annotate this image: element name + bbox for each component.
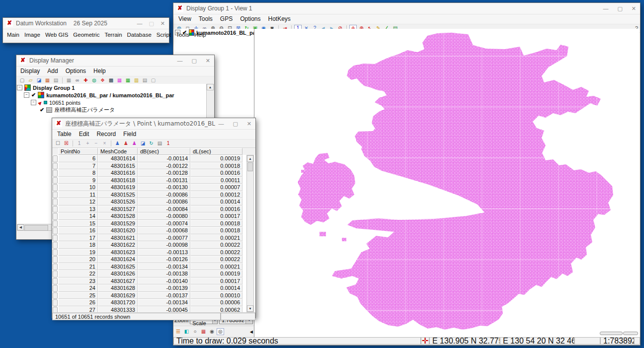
cell-dl-sec[interactable]: 0.00022 (190, 241, 242, 249)
cell-meshcode[interactable]: 48301622 (98, 241, 138, 249)
zoom-glass-icon[interactable]: ○ (191, 328, 199, 335)
save-table-icon[interactable]: ◪ (139, 140, 147, 147)
table-vertical-scrollbar[interactable]: ▲ ▼ (246, 155, 254, 312)
record-select-button[interactable] (53, 155, 58, 162)
print-icon[interactable]: ▤ (52, 77, 60, 84)
add-layer-icon[interactable]: ✚ (82, 77, 89, 84)
scrollbar-thumb[interactable] (24, 225, 48, 231)
cell-dl-sec[interactable]: 0.00021 (190, 234, 242, 242)
column-header-dl-sec[interactable]: dL(sec) (190, 148, 242, 155)
cell-dl-sec[interactable]: 0.00014 (190, 198, 242, 206)
menu-main[interactable]: Main (7, 32, 19, 38)
cell-dl-sec[interactable]: 0.00022 (190, 256, 242, 263)
close-button[interactable]: ✕ (161, 18, 165, 29)
record-select-button[interactable] (53, 292, 58, 299)
cell-dl-sec[interactable]: 0.00016 (190, 169, 242, 177)
map-canvas[interactable] (254, 29, 640, 337)
cell-pointno[interactable]: 17 (58, 234, 98, 242)
cell-pointno[interactable]: 12 (58, 198, 98, 206)
cell-dl-sec[interactable]: 0.00019 (190, 270, 242, 278)
images-icon[interactable]: ▦ (44, 77, 51, 84)
close-button[interactable]: ✕ (247, 118, 251, 129)
record-select-button[interactable] (53, 264, 58, 271)
menu-display[interactable]: Display (20, 68, 40, 74)
dm-titlebar[interactable]: ✘ Display Manager — ▢ ✕ (16, 55, 214, 67)
new-file-icon[interactable]: ▢ (18, 77, 26, 84)
cell-pointno[interactable]: 26 (58, 299, 98, 306)
zoom-locator-icon[interactable]: ◉ (208, 328, 216, 335)
cell-meshcode[interactable]: 48301625 (98, 263, 138, 271)
menu-field[interactable]: Field (123, 131, 136, 138)
cell-db-sec[interactable]: -0.00128 (138, 169, 190, 177)
scroll-down-arrow[interactable]: ▼ (247, 305, 253, 312)
record-select-button[interactable] (53, 271, 58, 278)
cell-db-sec[interactable]: -0.00137 (138, 292, 190, 299)
record-select-button[interactable] (53, 235, 58, 242)
cell-dl-sec[interactable]: 0.00017 (190, 278, 242, 285)
cell-db-sec[interactable]: -0.00086 (138, 198, 190, 206)
cell-pointno[interactable]: 23 (58, 278, 98, 285)
cell-meshcode[interactable]: 48301616 (98, 169, 138, 177)
cell-pointno[interactable]: 8 (58, 169, 98, 177)
cell-db-sec[interactable]: -0.00139 (138, 284, 190, 292)
record-select-button[interactable] (53, 249, 58, 256)
vector-icon[interactable]: ▦ (124, 77, 132, 84)
first-record-icon[interactable]: 1 (76, 140, 83, 147)
view-all-records-icon[interactable]: ♟ (131, 140, 138, 147)
record-select-button[interactable] (53, 163, 58, 170)
cell-db-sec[interactable]: -0.00074 (138, 220, 190, 227)
cell-pointno[interactable]: 27 (58, 306, 98, 313)
cell-meshcode[interactable]: 48301620 (98, 227, 138, 234)
add-database-icon[interactable]: ▦ (65, 77, 73, 84)
cell-pointno[interactable]: 24 (58, 284, 98, 292)
menu-image[interactable]: Image (24, 32, 40, 38)
view-window-titlebar[interactable]: ✘ Display Group 1 - View 1 — ▢ ✕ (173, 3, 640, 14)
find-icon[interactable]: ∞ (74, 77, 81, 84)
menu-gps[interactable]: GPS (220, 15, 233, 22)
cell-meshcode[interactable]: 48301526 (98, 198, 138, 206)
cell-dl-sec[interactable]: 0.00018 (190, 220, 242, 227)
menu-add[interactable]: Add (47, 68, 58, 74)
cell-dl-sec[interactable]: 0.00006 (190, 299, 242, 306)
layer-checkbox-icon[interactable]: ✔ (31, 92, 36, 98)
cell-dl-sec[interactable]: 0.00010 (190, 292, 242, 299)
cell-db-sec[interactable]: -0.00131 (138, 177, 190, 184)
deselect-all-icon[interactable]: ☒ (63, 140, 70, 147)
record-select-button[interactable] (53, 184, 58, 191)
cell-db-sec[interactable]: -0.00068 (138, 227, 190, 234)
table-properties-icon[interactable]: ▤ (156, 140, 163, 147)
record-select-button[interactable] (53, 256, 58, 263)
cell-meshcode[interactable]: 48301615 (98, 162, 138, 170)
record-select-button[interactable] (53, 213, 58, 220)
cell-meshcode[interactable]: 48301627 (98, 278, 138, 285)
scroll-up-arrow[interactable]: ▲ (247, 155, 253, 162)
cell-meshcode[interactable]: 48301528 (98, 212, 138, 220)
cell-pointno[interactable]: 13 (58, 206, 98, 213)
cell-db-sec[interactable]: -0.00045 (138, 306, 190, 313)
horizontal-scrollbar-thumb[interactable] (600, 332, 623, 335)
delete-record-icon[interactable]: × (101, 140, 108, 147)
legend-list-icon[interactable]: ☰ (174, 328, 182, 335)
layer-controls-icon[interactable]: ◧ (183, 328, 190, 335)
cell-meshcode[interactable]: 48301529 (98, 220, 138, 227)
tree-item-layer[interactable]: − ✔ kumamoto2016_BL_par / kumamoto2016_B… (17, 91, 214, 99)
cell-pointno[interactable]: 18 (58, 241, 98, 249)
cell-db-sec[interactable]: -0.00134 (138, 299, 190, 306)
cell-db-sec[interactable]: -0.00122 (138, 162, 190, 170)
maximize-button[interactable]: ▢ (233, 118, 238, 129)
collapse-expander-icon[interactable]: − (17, 85, 22, 90)
scroll-up-arrow[interactable]: ▲ (207, 84, 214, 90)
tree-item-display-group[interactable]: − Display Group 1 (17, 84, 214, 91)
menu-hotkeys[interactable]: HotKeys (268, 15, 291, 22)
table-titlebar[interactable]: ✘ 座標標高補正パラメータ \ Point \ kumamoto2016_BL_… (52, 118, 255, 130)
menu-tools[interactable]: Tools (199, 15, 213, 22)
cell-pointno[interactable]: 25 (58, 292, 98, 299)
cell-db-sec[interactable]: -0.00084 (138, 206, 190, 213)
cell-pointno[interactable]: 6 (58, 155, 98, 162)
menu-tools[interactable]: Tools (176, 32, 189, 38)
record-select-button[interactable] (53, 299, 58, 306)
menu-options[interactable]: Options (240, 15, 260, 22)
cell-dl-sec[interactable]: 0.00012 (190, 191, 242, 199)
close-button[interactable]: ✕ (632, 3, 636, 14)
record-select-button[interactable] (53, 278, 58, 285)
